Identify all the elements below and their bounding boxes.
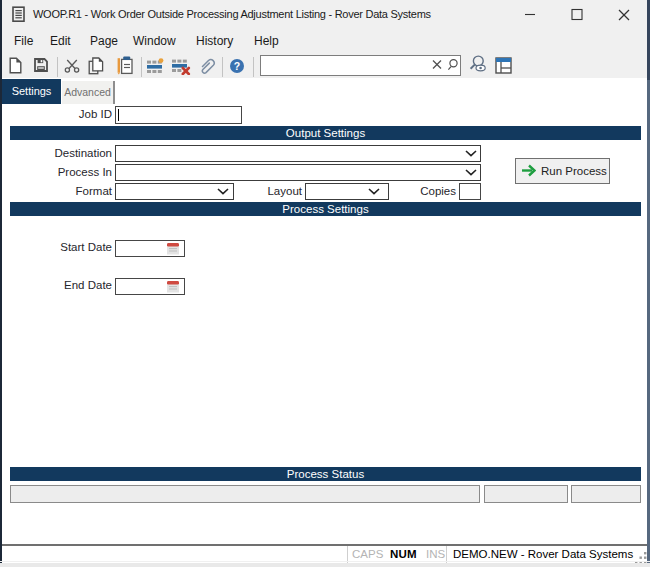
svg-text:?: ? xyxy=(234,60,240,72)
